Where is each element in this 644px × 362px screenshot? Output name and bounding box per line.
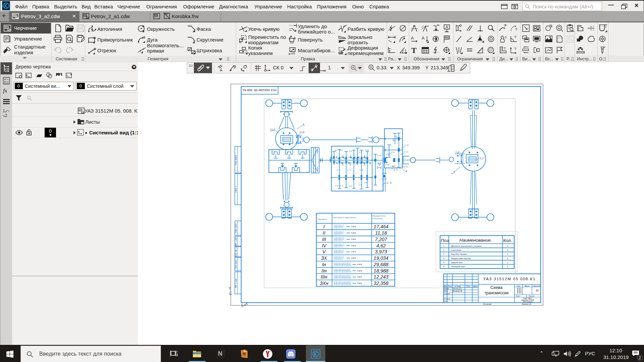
svg-text:17,464: 17,464 <box>374 224 388 229</box>
svg-text:2.12 1.3 1.11 2.14 2.16: 2.12 1.3 1.11 2.14 2.16 <box>334 283 351 285</box>
svg-text:Двигатель внутреннего сгорания: Двигатель внутреннего сгорания <box>451 245 482 247</box>
svg-text:С 2: С 2 <box>347 169 351 171</box>
svg-text:2.12 1.3 1.1: 2.12 1.3 1.1 <box>334 227 343 229</box>
svg-text:0.38 М: 0.38 М <box>351 239 356 240</box>
svg-text:2.2: 2.2 <box>335 184 338 187</box>
svg-text:I: I <box>323 224 325 229</box>
svg-text:0.38 М: 0.38 М <box>357 264 362 265</box>
svg-text:0.38 М: 0.38 М <box>357 270 362 272</box>
svg-text:2.12: 2.12 <box>405 144 409 146</box>
svg-text:Лит.: Лит. <box>517 285 521 287</box>
svg-text:0.38 М: 0.38 М <box>351 257 356 259</box>
svg-text:5: 5 <box>453 171 455 173</box>
svg-text:Коробка передач: Коробка передач <box>451 253 467 255</box>
svg-text:Справ. №: Справ. № <box>235 186 237 193</box>
svg-text:Н.контр.: Н.контр. <box>444 298 450 300</box>
svg-text:Сцепление: Сцепление <box>451 249 462 251</box>
svg-text:II: II <box>323 230 325 236</box>
svg-text:Т.контр.: Т.контр. <box>444 293 450 295</box>
svg-text:2.11: 2.11 <box>394 168 398 171</box>
svg-text:0.38 М: 0.38 М <box>351 245 356 247</box>
svg-text:18,988: 18,988 <box>374 268 388 274</box>
svg-text:2.12 1.3 1.1: 2.12 1.3 1.1 <box>334 233 343 235</box>
svg-text:Подп.: Подп. <box>466 286 470 287</box>
svg-text:С 1: С 1 <box>336 169 340 171</box>
svg-text:Разраб.: Разраб. <box>444 288 450 290</box>
svg-text:III: III <box>322 237 326 242</box>
svg-text:Дата: Дата <box>473 286 478 287</box>
svg-text:Подп. и дата: Подп. и дата <box>235 224 237 233</box>
svg-text:2.13 1.12 1.7: 2.13 1.12 1.7 <box>334 231 343 233</box>
svg-text:трансмиссии: трансмиссии <box>484 291 508 295</box>
svg-text:2.7: 2.7 <box>340 149 343 151</box>
svg-text:Инв. № подл.: Инв. № подл. <box>235 278 237 288</box>
svg-text:№ докум.: № докум. <box>454 286 461 287</box>
svg-text:11,18: 11,18 <box>375 230 387 236</box>
svg-text:2.13: 2.13 <box>390 151 395 153</box>
svg-text:2.13 1.12 1.13 1.13 1.7: 2.13 1.12 1.13 1.13 1.7 <box>334 275 351 277</box>
svg-text:0.38 М: 0.38 М <box>351 251 356 253</box>
svg-text:Раздаточная коробка: Раздаточная коробка <box>451 257 471 259</box>
svg-text:Взам. инв. №: Взам. инв. № <box>235 247 237 257</box>
svg-text:2.13: 2.13 <box>377 154 381 157</box>
svg-text:0.38 М: 0.38 М <box>351 232 356 234</box>
svg-text:2.5: 2.5 <box>359 184 362 186</box>
svg-text:2.8: 2.8 <box>349 150 352 152</box>
svg-text:2.1.6: 2.1.6 <box>300 131 305 133</box>
svg-text:Масштаб: Масштаб <box>533 285 541 287</box>
svg-text:2.12 1.3 1.1: 2.12 1.3 1.1 <box>334 246 343 248</box>
svg-text:29,688: 29,688 <box>373 262 388 267</box>
svg-text:отношение.: отношение. <box>372 218 383 220</box>
svg-text:2.12 1.3 1.11 2.14 2.16: 2.12 1.3 1.11 2.14 2.16 <box>334 264 351 266</box>
svg-text:Утв.: Утв. <box>444 301 447 302</box>
svg-text:2.3: 2.3 <box>340 184 343 187</box>
svg-text:2.13 1.12 1.7: 2.13 1.12 1.7 <box>334 224 343 226</box>
svg-text:Машнев Д.А.: Машнев Д.А. <box>453 288 462 290</box>
svg-text:Y: Y <box>229 287 231 290</box>
svg-text:Передаточное: Передаточное <box>372 215 386 217</box>
svg-text:НМТ-543016: НМТ-543016 <box>523 301 532 303</box>
svg-text:2.16: 2.16 <box>455 151 460 153</box>
svg-text:С 3: С 3 <box>360 169 363 171</box>
svg-text:Лист: Лист <box>516 295 520 297</box>
svg-text:IIIн: IIIн <box>321 274 327 280</box>
svg-text:2.10: 2.10 <box>365 149 369 151</box>
svg-text:7,207: 7,207 <box>375 237 387 242</box>
svg-text:Масса: Масса <box>525 285 529 287</box>
svg-text:2.12 1.3 1.11 2.14 2.16: 2.12 1.3 1.11 2.14 2.16 <box>334 271 351 273</box>
svg-text:4,62: 4,62 <box>376 243 386 248</box>
svg-text:2.13 1.12 1.13 1.13 1.7: 2.13 1.12 1.13 1.13 1.7 <box>334 281 351 283</box>
svg-text:2.1: 2.1 <box>335 149 338 151</box>
svg-text:0.38 М: 0.38 М <box>351 226 356 228</box>
svg-text:Перв. примен.: Перв. примен. <box>235 155 237 165</box>
svg-text:Шестерни в зацеплении.: Шестерни в зацеплении. <box>333 217 356 219</box>
svg-text:2.12 1.3 1.11 2.14 2.16: 2.12 1.3 1.11 2.14 2.16 <box>334 277 351 279</box>
svg-text:2.13 1.12 1.13 1.13 1.7: 2.13 1.12 1.13 1.13 1.7 <box>334 262 351 264</box>
svg-text:Схема: Схема <box>490 285 502 290</box>
svg-text:32,358: 32,358 <box>374 281 388 286</box>
svg-text:2.4: 2.4 <box>349 185 352 187</box>
svg-text:УАЗ 31512М 05. 008 К1: УАЗ 31512М 05. 008 К1 <box>243 88 277 92</box>
svg-text:Кол.: Кол. <box>503 238 512 243</box>
svg-text:2.14: 2.14 <box>404 150 409 153</box>
svg-text:Передний мост: Передний мост <box>451 265 466 267</box>
svg-text:2.12 1.3 1.1: 2.12 1.3 1.1 <box>334 258 343 260</box>
svg-text:ЗХ: ЗХ <box>321 255 327 261</box>
svg-text:0.38 М: 0.38 М <box>357 283 362 284</box>
svg-text:Передача: Передача <box>318 218 327 220</box>
svg-text:Копировал: Копировал <box>483 303 492 305</box>
svg-text:Поз.: Поз. <box>441 238 450 243</box>
svg-text:УАЗ 31512М 05 008 К1: УАЗ 31512М 05 008 К1 <box>483 277 536 281</box>
svg-text:3М: 3М <box>392 165 395 167</box>
svg-text:Пров.: Пров. <box>444 290 448 292</box>
svg-text:Iн: Iн <box>322 262 326 267</box>
svg-text:12,243: 12,243 <box>374 274 388 280</box>
svg-text:IIн: IIн <box>321 268 327 274</box>
svg-text:19,034: 19,034 <box>374 255 388 261</box>
svg-text:11: 11 <box>536 289 539 292</box>
svg-text:2.12 1.3 1.1: 2.12 1.3 1.1 <box>334 252 343 254</box>
svg-text:Наименование.: Наименование. <box>460 238 492 243</box>
svg-text:2.9: 2.9 <box>359 151 362 153</box>
svg-text:2.13 1.12 1.13 1.13 1.7: 2.13 1.12 1.13 1.13 1.7 <box>334 268 351 270</box>
svg-text:Подп. и дата: Подп. и дата <box>235 259 237 269</box>
